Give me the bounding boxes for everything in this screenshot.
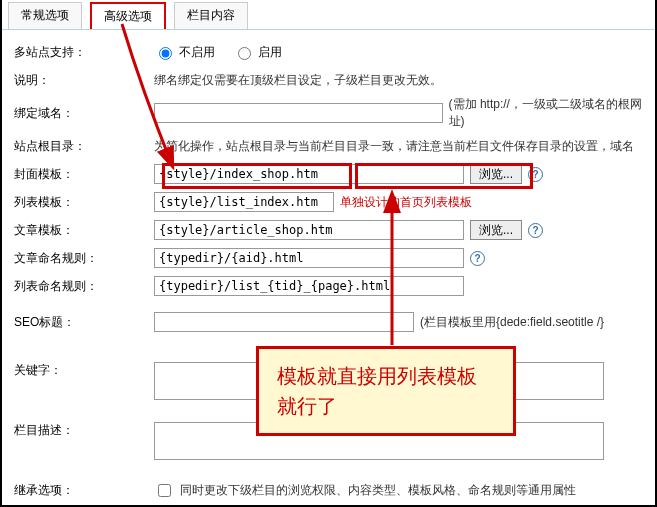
article-tpl-input[interactable] [154, 220, 464, 240]
multisite-label: 多站点支持： [14, 44, 154, 61]
help-icon[interactable]: ? [528, 167, 543, 182]
list-rule-input[interactable] [154, 276, 464, 296]
multisite-on-radio[interactable] [238, 47, 251, 60]
keywords-label: 关键字： [14, 362, 154, 379]
bind-domain-input[interactable] [154, 103, 443, 123]
article-browse-button[interactable]: 浏览... [470, 220, 522, 240]
inherit-label: 继承选项： [14, 482, 154, 499]
list-tpl-input[interactable] [154, 192, 334, 212]
article-rule-label: 文章命名规则： [14, 250, 154, 267]
multisite-on-text: 启用 [258, 44, 282, 61]
cover-tpl-input[interactable] [154, 164, 464, 184]
bind-domain-note: (需加 http://，一级或二级域名的根网址) [449, 96, 643, 130]
annotation-callout: 模板就直接用列表模板就行了 [256, 346, 516, 436]
list-rule-label: 列表命名规则： [14, 278, 154, 295]
bind-domain-label: 绑定域名： [14, 105, 154, 122]
inherit-checkbox[interactable] [158, 484, 171, 497]
help-icon[interactable]: ? [528, 223, 543, 238]
article-tpl-label: 文章模板： [14, 222, 154, 239]
cover-tpl-label: 封面模板： [14, 166, 154, 183]
tab-column-content[interactable]: 栏目内容 [174, 2, 248, 29]
desc-label: 说明： [14, 72, 154, 89]
site-root-label: 站点根目录： [14, 138, 154, 155]
column-desc-label: 栏目描述： [14, 422, 154, 439]
tab-advanced[interactable]: 高级选项 [90, 2, 166, 29]
multisite-off-radio[interactable] [159, 47, 172, 60]
seo-title-note: (栏目模板里用{dede:field.seotitle /} [420, 314, 604, 331]
seo-title-input[interactable] [154, 312, 414, 332]
list-tpl-label: 列表模板： [14, 194, 154, 211]
inherit-text: 同时更改下级栏目的浏览权限、内容类型、模板风格、命名规则等通用属性 [180, 482, 576, 499]
list-hint-text: 单独设计的首页列表模板 [340, 194, 472, 211]
cover-browse-button[interactable]: 浏览... [470, 164, 522, 184]
seo-title-label: SEO标题： [14, 314, 154, 331]
site-root-text: 为简化操作，站点根目录与当前栏目目录一致，请注意当前栏目文件保存目录的设置，域名 [154, 138, 634, 155]
tab-general[interactable]: 常规选项 [8, 2, 82, 29]
article-rule-input[interactable] [154, 248, 464, 268]
multisite-off-text: 不启用 [179, 44, 215, 61]
help-icon[interactable]: ? [470, 251, 485, 266]
tab-bar: 常规选项 高级选项 栏目内容 [2, 0, 655, 30]
desc-text: 绑名绑定仅需要在顶级栏目设定，子级栏目更改无效。 [154, 72, 442, 89]
